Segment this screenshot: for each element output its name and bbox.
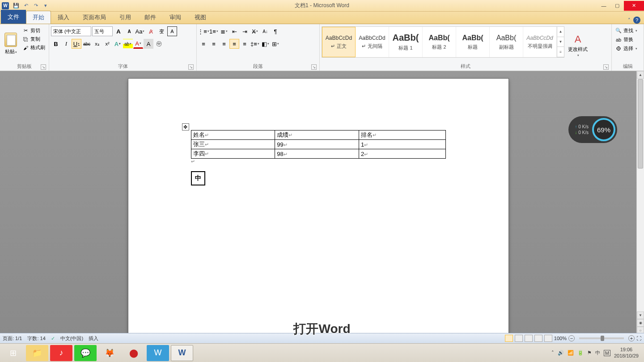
styles-more[interactable]: ≡ (557, 47, 564, 57)
tab-home[interactable]: 开始 (26, 11, 51, 24)
font-size-input[interactable] (92, 26, 113, 36)
styles-scroll-up[interactable]: ▲ (557, 27, 564, 37)
undo-button[interactable]: ↶ (21, 1, 30, 10)
multilevel-button[interactable]: ≣▾ (219, 26, 229, 36)
ribbon-collapse-icon[interactable]: ˄ (628, 17, 631, 23)
style-item-emphasis[interactable]: AaBbCcDd不明显强调 (523, 27, 557, 57)
bullets-button[interactable]: ⋮≡▾ (199, 26, 208, 36)
zoom-thumb[interactable] (601, 336, 604, 341)
font-color-button[interactable]: A▾ (133, 39, 143, 49)
line-spacing-button[interactable]: ‡≡▾ (250, 39, 260, 49)
phonetic-button[interactable]: 变 (157, 26, 166, 36)
tab-review[interactable]: 审阅 (163, 11, 188, 24)
maximize-button[interactable]: ▢ (610, 1, 624, 11)
fullscreen-button[interactable]: ⛶ (636, 336, 641, 341)
strike-button[interactable]: abc (82, 39, 92, 49)
find-button[interactable]: 🔍查找▾ (614, 27, 639, 34)
tab-file[interactable]: 文件 (1, 10, 26, 24)
tab-insert[interactable]: 插入 (51, 11, 76, 24)
align-center-button[interactable]: ≡ (209, 39, 219, 49)
tray-ime-m-icon[interactable]: M (604, 350, 610, 356)
font-name-input[interactable] (51, 26, 91, 36)
tray-volume-icon[interactable]: 🔊 (558, 350, 564, 356)
document-scroll[interactable]: ✥ 姓名↵ 成绩↵ 排名↵ 张三↵ 99↵ 1↵ 李四↵ 98↵ (0, 71, 636, 342)
align-distribute-button[interactable]: ≡ (240, 39, 250, 49)
taskbar-wps[interactable]: W (147, 345, 169, 361)
status-language[interactable]: 中文(中国) (60, 335, 83, 342)
increase-indent-button[interactable]: ⇥ (240, 26, 250, 36)
style-item-subtitle[interactable]: AaBb(副标题 (490, 27, 523, 57)
taskbar-firefox[interactable]: 🦊 (98, 345, 121, 361)
tray-wifi-icon[interactable]: 📶 (568, 350, 574, 356)
paste-button[interactable]: 粘贴▾ (5, 48, 17, 55)
char-border-button[interactable]: A (167, 26, 177, 36)
dialog-launcher[interactable]: ↘ (311, 64, 317, 70)
borders-button[interactable]: ⊞▾ (271, 39, 280, 49)
table-row[interactable]: 张三↵ 99↵ 1↵ (191, 140, 445, 149)
view-web[interactable] (525, 335, 533, 342)
network-speed-widget[interactable]: 0 K/s 0 K/s 69% (568, 116, 617, 143)
status-words[interactable]: 字数: 14 (27, 335, 45, 342)
grow-font-button[interactable]: A (114, 26, 123, 36)
prev-page-button[interactable]: ◉ (637, 319, 644, 327)
dialog-launcher[interactable]: ↘ (188, 64, 194, 70)
show-marks-button[interactable]: ¶ (271, 26, 280, 36)
zoom-slider[interactable] (579, 337, 624, 339)
tray-flag-icon[interactable]: ⚑ (587, 350, 592, 356)
align-justify-button[interactable]: ≡ (229, 39, 239, 49)
shading-button[interactable]: ◧▾ (260, 39, 270, 49)
paste-icon[interactable] (4, 33, 17, 47)
taskbar-explorer[interactable]: 📁 (26, 345, 48, 361)
styles-gallery[interactable]: AaBbCcDd↵ 正文 AaBbCcDd↵ 无间隔 AaBb(标题 1 AaB… (322, 26, 564, 58)
asian-layout-button[interactable]: X̶▾ (250, 26, 260, 36)
zoom-out-button[interactable]: − (568, 335, 575, 341)
superscript-button[interactable]: x² (102, 39, 112, 49)
tab-references[interactable]: 引用 (113, 11, 138, 24)
numbering-button[interactable]: 1≡▾ (209, 26, 219, 36)
dialog-launcher[interactable]: ↘ (41, 64, 46, 70)
cut-button[interactable]: ✂剪切 (21, 27, 47, 34)
align-left-button[interactable]: ≡ (199, 39, 208, 49)
view-draft[interactable] (544, 335, 552, 342)
styles-scroll-down[interactable]: ▼ (557, 37, 564, 47)
help-icon[interactable]: ? (633, 17, 640, 24)
taskbar-wechat[interactable]: 💬 (74, 345, 97, 361)
change-case-button[interactable]: Aa▾ (135, 26, 145, 36)
page[interactable]: ✥ 姓名↵ 成绩↵ 排名↵ 张三↵ 99↵ 1↵ 李四↵ 98↵ (128, 79, 508, 342)
tab-view[interactable]: 视图 (188, 11, 213, 24)
select-button[interactable]: ⭗选择▾ (614, 45, 639, 52)
zoom-level[interactable]: 100% (554, 336, 567, 341)
scroll-down-button[interactable]: ▼ (637, 311, 644, 319)
char-shading-button[interactable]: A (144, 39, 153, 49)
tray-ime-zh-icon[interactable]: 中 (595, 349, 600, 356)
tab-layout[interactable]: 页面布局 (76, 11, 113, 24)
view-print-layout[interactable] (505, 335, 513, 342)
view-outline[interactable] (534, 335, 542, 342)
clear-format-button[interactable]: A̷ (146, 26, 156, 36)
bold-button[interactable]: B (51, 39, 61, 49)
change-styles-button[interactable]: A 更改样式▾ (565, 25, 590, 62)
decrease-indent-button[interactable]: ⇤ (229, 26, 239, 36)
taskbar-record[interactable]: ⬤ (123, 345, 145, 361)
style-item-normal[interactable]: AaBbCcDd↵ 正文 (322, 27, 356, 57)
taskbar-netease[interactable]: ♪ (50, 345, 72, 361)
copy-button[interactable]: ⿻复制 (21, 35, 47, 43)
status-page[interactable]: 页面: 1/1 (3, 335, 22, 342)
zoom-in-button[interactable]: + (628, 335, 635, 341)
style-item-title[interactable]: AaBb(标题 (456, 27, 490, 57)
view-fullscreen[interactable] (515, 335, 523, 342)
redo-button[interactable]: ↷ (31, 1, 40, 10)
tab-mailings[interactable]: 邮件 (138, 11, 163, 24)
dialog-launcher[interactable]: ↘ (603, 64, 609, 70)
tray-battery-icon[interactable]: 🔋 (577, 350, 584, 356)
underline-button[interactable]: U▾ (72, 39, 81, 49)
style-item-heading1[interactable]: AaBb(标题 1 (389, 27, 423, 57)
scroll-thumb[interactable] (638, 79, 643, 168)
taskbar-word[interactable]: W (171, 345, 193, 361)
enclose-char-button[interactable]: ㊥ (154, 39, 164, 49)
tray-up-icon[interactable]: ˄ (551, 350, 554, 356)
start-button[interactable]: ⊞ (2, 345, 24, 361)
scroll-up-button[interactable]: ▲ (637, 71, 644, 79)
shrink-font-button[interactable]: A (124, 26, 134, 36)
table-row[interactable]: 姓名↵ 成绩↵ 排名↵ (191, 130, 445, 140)
